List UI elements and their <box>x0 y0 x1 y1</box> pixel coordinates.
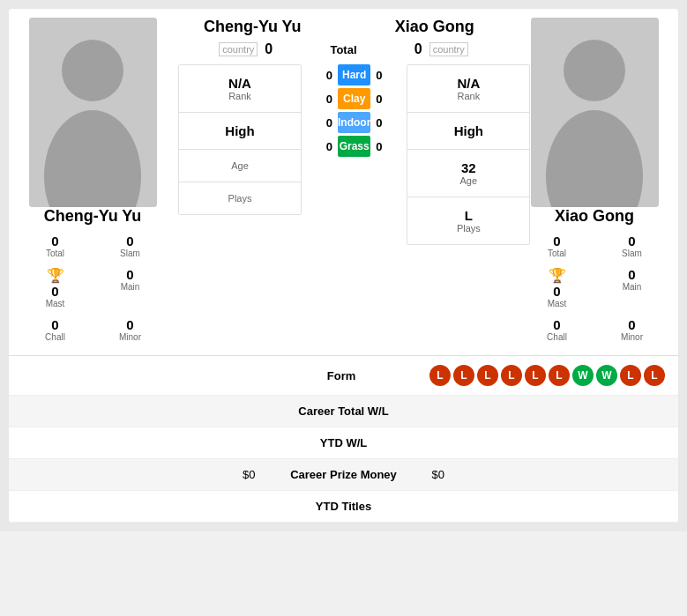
left-trophy-icon: 🏆 <box>19 267 91 284</box>
left-rank-row: N/A Rank <box>179 65 301 113</box>
badge-10: L <box>644 365 665 386</box>
left-slam-cell: 0 Slam <box>93 229 168 263</box>
left-plays-label: Plays <box>186 193 294 204</box>
form-label: Form <box>271 369 412 382</box>
spacer <box>331 18 357 36</box>
right-slam-cell: 0 Slam <box>594 229 669 263</box>
right-main-label: Main <box>596 282 668 292</box>
career-wl-label: Career Total W/L <box>273 404 414 418</box>
left-player-photo <box>29 18 157 207</box>
right-chall-value: 0 <box>521 317 593 332</box>
left-minor-label: Minor <box>94 332 166 342</box>
left-slam-label: Slam <box>94 249 166 258</box>
form-badges: L L L L L L W W L L <box>429 365 665 386</box>
mid-with-panels: N/A Rank High Age Plays <box>175 64 512 245</box>
left-chall-value: 0 <box>19 317 91 332</box>
right-country-area: 0 country <box>370 41 513 57</box>
clay-score-right: 0 <box>370 93 401 106</box>
right-country-flag: country <box>429 42 468 56</box>
left-main-value: 0 <box>94 267 166 282</box>
right-high-row: High <box>407 113 529 150</box>
clay-score-left: 0 <box>307 93 338 106</box>
right-age-label: Age <box>414 175 522 186</box>
left-info-panel: N/A Rank High Age Plays <box>178 64 302 215</box>
indoor-score-left: 0 <box>307 116 338 130</box>
right-mast-label: Mast <box>521 299 593 308</box>
left-high-value: High <box>186 123 294 138</box>
ht-total-right: 0 <box>414 41 422 57</box>
badge-6: L <box>549 365 570 386</box>
left-player-name: Cheng-Yu Yu <box>44 207 142 226</box>
ytd-titles-label: YTD Titles <box>273 500 414 513</box>
badge-4: L <box>501 365 522 386</box>
right-minor-cell: 0 Minor <box>594 313 669 346</box>
svg-point-4 <box>564 40 625 101</box>
left-country-area: country 0 <box>175 41 317 57</box>
right-chall-cell: 0 Chall <box>519 313 594 346</box>
grass-score-left: 0 <box>307 140 338 153</box>
left-age-row: Age <box>179 150 301 182</box>
right-trophy-icon: 🏆 <box>521 267 593 284</box>
left-total-value: 0 <box>19 234 91 249</box>
right-minor-value: 0 <box>596 317 668 332</box>
right-player-photo <box>531 18 659 207</box>
total-label: Total <box>317 43 370 56</box>
right-plays-label: Plays <box>414 223 522 234</box>
center-block: Cheng-Yu Yu Xiao Gong country 0 Total <box>175 18 512 346</box>
player-names-row: Cheng-Yu Yu Xiao Gong <box>175 18 512 41</box>
clay-button: Clay <box>338 88 370 109</box>
main-card: Cheng-Yu Yu 0 Total 0 Slam 🏆 0 Mast <box>9 9 678 523</box>
badge-7: W <box>572 365 594 386</box>
svg-point-1 <box>62 40 123 101</box>
left-chall-label: Chall <box>19 332 91 342</box>
ht-total-left: 0 <box>265 41 273 57</box>
prize-label: Career Prize Money <box>273 468 414 481</box>
left-rank-label: Rank <box>186 91 294 101</box>
left-mast-value: 0 <box>19 284 91 299</box>
top-section: Cheng-Yu Yu 0 Total 0 Slam 🏆 0 Mast <box>9 9 678 355</box>
right-plays-value: L <box>414 208 522 223</box>
bottom-rows: Form L L L L L L W W L L <box>9 355 678 523</box>
form-row: Form L L L L L L W W L L <box>9 356 678 396</box>
badge-9: L <box>620 365 641 386</box>
grass-score-right: 0 <box>370 140 401 153</box>
surface-row-grass: 0 Grass 0 <box>307 136 401 157</box>
badge-3: L <box>477 365 498 386</box>
grass-button: Grass <box>338 136 370 157</box>
form-badges-container: L L L L L L W W L L <box>412 365 665 386</box>
right-age-row: 32 Age <box>407 150 529 197</box>
right-player-stats: 0 Total 0 Slam 🏆 0 Mast 0 Main <box>519 229 669 346</box>
left-main-cell: 0 Main <box>93 263 168 313</box>
right-slam-label: Slam <box>596 249 668 258</box>
left-main-label: Main <box>94 282 166 292</box>
right-rank-label: Rank <box>414 91 522 101</box>
center-right-name: Xiao Gong <box>357 18 513 36</box>
left-minor-value: 0 <box>94 317 166 332</box>
right-main-cell: 0 Main <box>594 263 669 313</box>
right-slam-value: 0 <box>596 234 668 249</box>
right-total-cell: 0 Total <box>519 229 594 263</box>
right-chall-label: Chall <box>521 332 593 342</box>
surface-row-indoor: 0 Indoor 0 <box>307 112 401 133</box>
badge-8: W <box>596 365 617 386</box>
left-chall-cell: 0 Chall <box>18 313 93 346</box>
country-total-row: country 0 Total 0 country <box>175 41 512 57</box>
left-player-stats: 0 Total 0 Slam 🏆 0 Mast 0 Main <box>18 229 168 346</box>
left-rank-value: N/A <box>186 76 294 91</box>
right-info-panel: N/A Rank High 32 Age L Plays <box>407 64 530 245</box>
ytd-wl-row: YTD W/L <box>9 427 678 459</box>
page-container: Cheng-Yu Yu 0 Total 0 Slam 🏆 0 Mast <box>0 0 687 531</box>
right-mast-cell: 🏆 0 Mast <box>519 263 594 313</box>
indoor-score-right: 0 <box>370 116 401 130</box>
badge-1: L <box>429 365 451 386</box>
ytd-wl-label: YTD W/L <box>273 436 414 449</box>
right-rank-row: N/A Rank <box>407 65 529 113</box>
left-age-label: Age <box>186 160 294 171</box>
right-high-value: High <box>414 123 522 138</box>
badge-5: L <box>525 365 546 386</box>
left-country-flag: country <box>219 42 258 56</box>
prize-left: $0 <box>22 468 273 481</box>
center-right-name-text: Xiao Gong <box>395 18 474 35</box>
right-plays-row: L Plays <box>407 197 529 244</box>
prize-row: $0 Career Prize Money $0 <box>9 459 678 491</box>
